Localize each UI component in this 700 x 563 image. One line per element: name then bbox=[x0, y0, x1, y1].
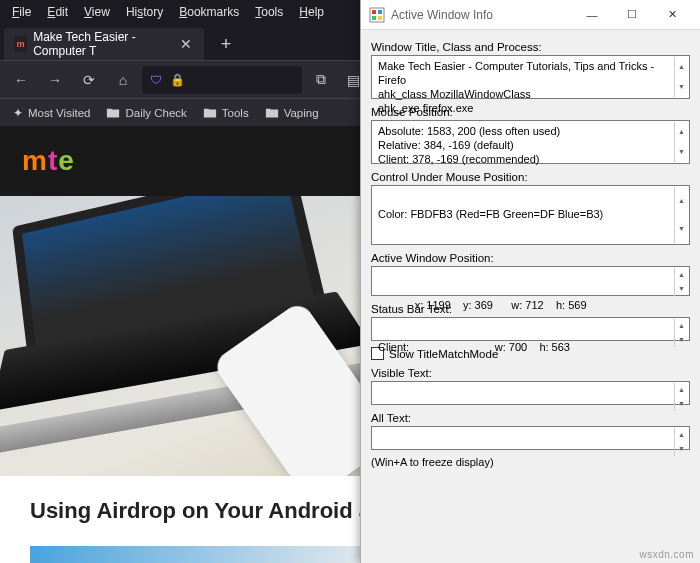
lock-icon[interactable]: 🔒 bbox=[170, 73, 185, 87]
menu-history[interactable]: History bbox=[118, 2, 171, 22]
bookmark-most-visited[interactable]: ✦ Most Visited bbox=[6, 103, 97, 123]
menu-tools[interactable]: Tools bbox=[247, 2, 291, 22]
url-bar[interactable]: 🛡 🔒 bbox=[142, 66, 302, 94]
svg-rect-1 bbox=[372, 10, 376, 14]
bookmark-vaping[interactable]: Vaping bbox=[258, 103, 326, 123]
tab-close-icon[interactable]: ✕ bbox=[178, 36, 194, 52]
window-title-field[interactable]: Make Tech Easier - Computer Tutorials, T… bbox=[371, 55, 690, 99]
menu-edit[interactable]: Edit bbox=[39, 2, 76, 22]
close-button[interactable]: ✕ bbox=[652, 0, 692, 30]
status-bar-text-field[interactable]: ▲▼ bbox=[371, 317, 690, 341]
awi-titlebar[interactable]: Active Window Info — ☐ ✕ bbox=[361, 0, 700, 30]
bookmark-label: Vaping bbox=[284, 107, 319, 119]
forward-button[interactable]: → bbox=[40, 66, 70, 94]
spinner-icon[interactable]: ▲▼ bbox=[674, 122, 688, 162]
all-text-field[interactable]: ▲▼ bbox=[371, 426, 690, 450]
menu-file[interactable]: File bbox=[4, 2, 39, 22]
new-tab-button[interactable]: + bbox=[210, 28, 242, 60]
menu-bookmarks[interactable]: Bookmarks bbox=[171, 2, 247, 22]
svg-rect-3 bbox=[372, 16, 376, 20]
active-window-position-field[interactable]: x: 1199 y: 369 w: 712 h: 569 Client: w: … bbox=[371, 266, 690, 296]
menu-help[interactable]: Help bbox=[291, 2, 332, 22]
folder-icon bbox=[106, 106, 120, 120]
folder-icon bbox=[203, 106, 217, 120]
awi-title-text: Active Window Info bbox=[391, 8, 566, 22]
spinner-icon[interactable]: ▲▼ bbox=[674, 57, 688, 97]
back-button[interactable]: ← bbox=[6, 66, 36, 94]
visible-text-field[interactable]: ▲▼ bbox=[371, 381, 690, 405]
mouse-position-field[interactable]: Absolute: 1583, 200 (less often used) Re… bbox=[371, 120, 690, 164]
bookmark-tools[interactable]: Tools bbox=[196, 103, 256, 123]
tab-title: Make Tech Easier - Computer T bbox=[33, 30, 172, 58]
bookmark-daily-check[interactable]: Daily Check bbox=[99, 103, 193, 123]
awi-body: Window Title, Class and Process: Make Te… bbox=[361, 30, 700, 474]
star-icon: ✦ bbox=[13, 106, 23, 120]
spinner-icon[interactable]: ▲▼ bbox=[674, 428, 688, 448]
svg-rect-4 bbox=[378, 16, 382, 20]
shield-icon[interactable]: 🛡 bbox=[150, 73, 162, 87]
svg-rect-2 bbox=[378, 10, 382, 14]
freeze-hint: (Win+A to freeze display) bbox=[371, 456, 690, 468]
spinner-icon[interactable]: ▲▼ bbox=[674, 268, 688, 294]
bookmark-label: Most Visited bbox=[28, 107, 90, 119]
all-text-label: All Text: bbox=[371, 412, 690, 424]
bookmark-label: Tools bbox=[222, 107, 249, 119]
spinner-icon[interactable]: ▲▼ bbox=[674, 383, 688, 403]
menu-view[interactable]: View bbox=[76, 2, 118, 22]
control-under-mouse-field[interactable]: Color: FBDFB3 (Red=FB Green=DF Blue=B3) … bbox=[371, 185, 690, 245]
control-under-mouse-label: Control Under Mouse Position: bbox=[371, 171, 690, 183]
active-window-position-label: Active Window Position: bbox=[371, 252, 690, 264]
window-title-label: Window Title, Class and Process: bbox=[371, 41, 690, 53]
pocket-icon[interactable]: ⧉ bbox=[306, 66, 336, 94]
tab-favicon: m bbox=[14, 36, 27, 52]
home-button[interactable]: ⌂ bbox=[108, 66, 138, 94]
active-window-info-panel: Active Window Info — ☐ ✕ Window Title, C… bbox=[360, 0, 700, 563]
awi-app-icon bbox=[369, 7, 385, 23]
folder-icon bbox=[265, 106, 279, 120]
bookmark-label: Daily Check bbox=[125, 107, 186, 119]
watermark: wsxdn.com bbox=[639, 549, 694, 560]
tab-active[interactable]: m Make Tech Easier - Computer T ✕ bbox=[4, 28, 204, 60]
minimize-button[interactable]: — bbox=[572, 0, 612, 30]
maximize-button[interactable]: ☐ bbox=[612, 0, 652, 30]
spinner-icon[interactable]: ▲▼ bbox=[674, 319, 688, 339]
mte-logo[interactable]: mte bbox=[22, 145, 75, 177]
reload-button[interactable]: ⟳ bbox=[74, 66, 104, 94]
spinner-icon[interactable]: ▲▼ bbox=[674, 187, 688, 243]
